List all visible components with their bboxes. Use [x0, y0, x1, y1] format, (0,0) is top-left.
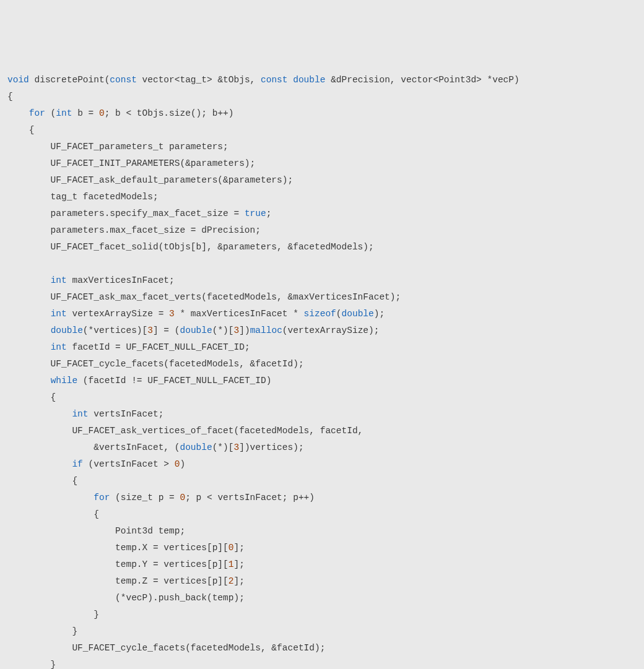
code-token: int: [51, 275, 67, 285]
code-token: }: [7, 610, 99, 619]
code-line: int vertexArraySize = 3 * maxVerticesInF…: [7, 306, 637, 322]
code-token: UF_FACET_ask_max_facet_verts(facetedMode…: [7, 292, 401, 302]
code-line: parameters.max_facet_size = dPrecision;: [7, 222, 637, 239]
code-line: UF_FACET_cycle_facets(facetedModels, &fa…: [7, 640, 637, 657]
code-token: const: [110, 75, 137, 85]
code-token: double: [180, 442, 212, 452]
code-line: for (int b = 0; b < tObjs.size(); b++): [7, 105, 637, 122]
code-token: parameters.max_facet_size = dPrecision;: [7, 225, 261, 235]
code-line: temp.Y = vertices[p][1];: [7, 556, 637, 573]
code-token: 0: [180, 493, 185, 503]
code-token: {: [7, 92, 13, 101]
code-line: Point3d temp;: [7, 523, 637, 540]
code-token: while: [51, 376, 78, 386]
code-token: {: [7, 509, 99, 519]
code-token: discretePoint(: [29, 75, 110, 85]
code-line: &vertsInFacet, (double(*)[3])vertices);: [7, 439, 637, 456]
code-line: UF_FACET_ask_vertices_of_facet(facetedMo…: [7, 423, 637, 439]
code-line: int vertsInFacet;: [7, 406, 637, 423]
code-token: vector<tag_t> &tObjs,: [137, 75, 261, 85]
code-line: parameters.specify_max_facet_size = true…: [7, 205, 637, 222]
code-token: [7, 459, 72, 469]
code-token: ]): [239, 326, 250, 335]
code-token: (*vecP).push_back(temp);: [7, 593, 245, 603]
code-token: true: [245, 209, 266, 218]
code-token: int: [56, 108, 72, 118]
code-token: (vertexArraySize);: [282, 326, 380, 335]
code-token: [7, 326, 51, 335]
code-token: (: [45, 108, 56, 118]
code-token: }: [7, 660, 56, 669]
code-token: ] = (: [153, 326, 180, 335]
code-line: UF_FACET_INIT_PARAMETERS(&parameters);: [7, 155, 637, 172]
code-token: * maxVerticesInFacet *: [175, 309, 304, 319]
code-line: UF_FACET_parameters_t parameters;: [7, 139, 637, 155]
code-token: const: [261, 75, 288, 85]
code-token: {: [7, 392, 56, 402]
code-token: 3: [169, 309, 175, 319]
code-token: ;: [266, 209, 272, 218]
code-line: (*vecP).push_back(temp);: [7, 590, 637, 606]
code-token: for: [94, 493, 110, 503]
code-token: (: [336, 309, 342, 319]
code-token: vertexArraySize =: [67, 309, 169, 319]
code-line: {: [7, 389, 637, 406]
code-token: ; p < vertsInFacet; p++): [185, 493, 315, 503]
code-line: {: [7, 122, 637, 139]
code-token: temp.X = vertices[p][: [7, 543, 228, 553]
code-block: void discretePoint(const vector<tag_t> &…: [7, 72, 637, 669]
code-line: void discretePoint(const vector<tag_t> &…: [7, 72, 637, 88]
code-token: (size_t p =: [110, 493, 180, 503]
code-token: {: [7, 476, 77, 486]
code-line: UF_FACET_ask_max_facet_verts(facetedMode…: [7, 289, 637, 306]
code-token: (*vertices)[: [83, 326, 147, 335]
code-token: ])vertices);: [239, 442, 303, 452]
code-token: parameters.specify_max_facet_size =: [7, 209, 245, 218]
code-token: (*)[: [212, 326, 234, 335]
code-line: tag_t facetedModels;: [7, 189, 637, 205]
code-token: 3: [234, 326, 240, 335]
code-line: UF_FACET_ask_default_parameters(&paramet…: [7, 172, 637, 189]
code-token: void: [7, 75, 29, 85]
code-token: {: [7, 125, 35, 135]
code-line: {: [7, 506, 637, 523]
code-token: [7, 259, 13, 269]
code-token: int: [72, 409, 88, 419]
code-token: int: [51, 309, 67, 319]
code-token: if: [72, 459, 82, 469]
code-token: sizeof: [304, 309, 336, 319]
code-token: double: [180, 326, 212, 335]
code-token: [7, 493, 94, 503]
code-line: int facetId = UF_FACET_NULL_FACET_ID;: [7, 339, 637, 356]
code-line: int maxVerticesInFacet;: [7, 272, 637, 289]
code-token: UF_FACET_parameters_t parameters;: [7, 142, 228, 152]
code-token: Point3d temp;: [7, 526, 185, 536]
code-token: (facetId != UF_FACET_NULL_FACET_ID): [77, 376, 271, 386]
code-token: [288, 75, 294, 85]
code-token: (vertsInFacet >: [83, 459, 175, 469]
code-token: }: [7, 626, 77, 636]
code-line: }: [7, 606, 637, 623]
code-token: double: [293, 75, 325, 85]
code-token: maxVerticesInFacet;: [67, 275, 175, 285]
code-token: ];: [233, 576, 244, 586]
code-token: (*)[: [212, 442, 234, 452]
code-token: ): [180, 459, 185, 469]
code-token: facetId = UF_FACET_NULL_FACET_ID;: [67, 342, 250, 352]
code-token: [7, 309, 51, 319]
code-line: UF_FACET_facet_solid(tObjs[b], &paramete…: [7, 239, 637, 256]
code-line: {: [7, 88, 637, 105]
code-token: );: [374, 309, 385, 319]
code-token: UF_FACET_cycle_facets(facetedModels, &fa…: [7, 643, 325, 653]
code-line: {: [7, 473, 637, 490]
code-token: 3: [233, 442, 239, 452]
code-token: UF_FACET_ask_default_parameters(&paramet…: [7, 175, 293, 185]
code-token: double: [342, 309, 374, 319]
code-line: }: [7, 657, 637, 669]
code-token: &vertsInFacet, (: [7, 442, 180, 452]
code-token: [7, 108, 29, 118]
code-token: [7, 275, 51, 285]
code-token: ];: [233, 543, 244, 553]
code-line: [7, 256, 637, 272]
code-token: [7, 409, 72, 419]
